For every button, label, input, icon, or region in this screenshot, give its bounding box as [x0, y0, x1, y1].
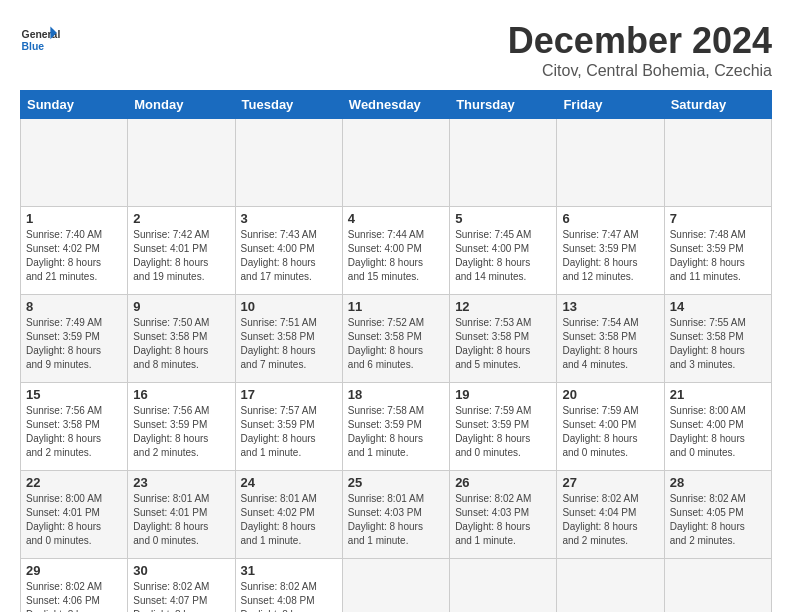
calendar-cell: [128, 119, 235, 207]
calendar-cell: 13Sunrise: 7:54 AM Sunset: 3:58 PM Dayli…: [557, 295, 664, 383]
day-number: 27: [562, 475, 658, 490]
calendar-cell: 11Sunrise: 7:52 AM Sunset: 3:58 PM Dayli…: [342, 295, 449, 383]
day-info: Sunrise: 7:57 AM Sunset: 3:59 PM Dayligh…: [241, 404, 337, 460]
weekday-header: Sunday: [21, 91, 128, 119]
calendar-week-row: 8Sunrise: 7:49 AM Sunset: 3:59 PM Daylig…: [21, 295, 772, 383]
calendar-cell: 16Sunrise: 7:56 AM Sunset: 3:59 PM Dayli…: [128, 383, 235, 471]
calendar-cell: 25Sunrise: 8:01 AM Sunset: 4:03 PM Dayli…: [342, 471, 449, 559]
day-number: 20: [562, 387, 658, 402]
calendar-week-row: [21, 119, 772, 207]
logo: General Blue: [20, 20, 64, 60]
weekday-header-row: SundayMondayTuesdayWednesdayThursdayFrid…: [21, 91, 772, 119]
day-info: Sunrise: 8:02 AM Sunset: 4:04 PM Dayligh…: [562, 492, 658, 548]
weekday-header: Tuesday: [235, 91, 342, 119]
day-number: 23: [133, 475, 229, 490]
day-info: Sunrise: 7:52 AM Sunset: 3:58 PM Dayligh…: [348, 316, 444, 372]
day-number: 29: [26, 563, 122, 578]
day-info: Sunrise: 7:56 AM Sunset: 3:58 PM Dayligh…: [26, 404, 122, 460]
calendar-cell: 26Sunrise: 8:02 AM Sunset: 4:03 PM Dayli…: [450, 471, 557, 559]
day-number: 28: [670, 475, 766, 490]
calendar-cell: 20Sunrise: 7:59 AM Sunset: 4:00 PM Dayli…: [557, 383, 664, 471]
calendar-cell: 30Sunrise: 8:02 AM Sunset: 4:07 PM Dayli…: [128, 559, 235, 613]
day-info: Sunrise: 7:54 AM Sunset: 3:58 PM Dayligh…: [562, 316, 658, 372]
calendar-cell: 14Sunrise: 7:55 AM Sunset: 3:58 PM Dayli…: [664, 295, 771, 383]
calendar-cell: [342, 559, 449, 613]
calendar-cell: 22Sunrise: 8:00 AM Sunset: 4:01 PM Dayli…: [21, 471, 128, 559]
day-info: Sunrise: 8:01 AM Sunset: 4:02 PM Dayligh…: [241, 492, 337, 548]
day-number: 12: [455, 299, 551, 314]
calendar-cell: 1Sunrise: 7:40 AM Sunset: 4:02 PM Daylig…: [21, 207, 128, 295]
day-number: 25: [348, 475, 444, 490]
day-info: Sunrise: 7:51 AM Sunset: 3:58 PM Dayligh…: [241, 316, 337, 372]
calendar-cell: 15Sunrise: 7:56 AM Sunset: 3:58 PM Dayli…: [21, 383, 128, 471]
calendar-cell: [450, 119, 557, 207]
calendar-week-row: 29Sunrise: 8:02 AM Sunset: 4:06 PM Dayli…: [21, 559, 772, 613]
weekday-header: Thursday: [450, 91, 557, 119]
day-info: Sunrise: 7:53 AM Sunset: 3:58 PM Dayligh…: [455, 316, 551, 372]
logo-icon: General Blue: [20, 20, 60, 60]
calendar-cell: 8Sunrise: 7:49 AM Sunset: 3:59 PM Daylig…: [21, 295, 128, 383]
calendar-table: SundayMondayTuesdayWednesdayThursdayFrid…: [20, 90, 772, 612]
day-number: 17: [241, 387, 337, 402]
day-info: Sunrise: 7:59 AM Sunset: 4:00 PM Dayligh…: [562, 404, 658, 460]
calendar-cell: [235, 119, 342, 207]
calendar-cell: 18Sunrise: 7:58 AM Sunset: 3:59 PM Dayli…: [342, 383, 449, 471]
day-number: 6: [562, 211, 658, 226]
day-number: 14: [670, 299, 766, 314]
day-info: Sunrise: 8:00 AM Sunset: 4:00 PM Dayligh…: [670, 404, 766, 460]
calendar-cell: 10Sunrise: 7:51 AM Sunset: 3:58 PM Dayli…: [235, 295, 342, 383]
day-number: 4: [348, 211, 444, 226]
day-info: Sunrise: 8:01 AM Sunset: 4:01 PM Dayligh…: [133, 492, 229, 548]
calendar-cell: 3Sunrise: 7:43 AM Sunset: 4:00 PM Daylig…: [235, 207, 342, 295]
calendar-cell: 29Sunrise: 8:02 AM Sunset: 4:06 PM Dayli…: [21, 559, 128, 613]
calendar-cell: 6Sunrise: 7:47 AM Sunset: 3:59 PM Daylig…: [557, 207, 664, 295]
day-number: 10: [241, 299, 337, 314]
day-number: 7: [670, 211, 766, 226]
day-number: 16: [133, 387, 229, 402]
calendar-cell: 7Sunrise: 7:48 AM Sunset: 3:59 PM Daylig…: [664, 207, 771, 295]
calendar-cell: 12Sunrise: 7:53 AM Sunset: 3:58 PM Dayli…: [450, 295, 557, 383]
calendar-cell: 17Sunrise: 7:57 AM Sunset: 3:59 PM Dayli…: [235, 383, 342, 471]
day-number: 15: [26, 387, 122, 402]
weekday-header: Saturday: [664, 91, 771, 119]
calendar-cell: [342, 119, 449, 207]
day-info: Sunrise: 7:55 AM Sunset: 3:58 PM Dayligh…: [670, 316, 766, 372]
day-number: 30: [133, 563, 229, 578]
day-number: 8: [26, 299, 122, 314]
svg-text:Blue: Blue: [22, 41, 45, 52]
day-number: 3: [241, 211, 337, 226]
day-number: 11: [348, 299, 444, 314]
calendar-week-row: 15Sunrise: 7:56 AM Sunset: 3:58 PM Dayli…: [21, 383, 772, 471]
calendar-cell: 2Sunrise: 7:42 AM Sunset: 4:01 PM Daylig…: [128, 207, 235, 295]
calendar-cell: 31Sunrise: 8:02 AM Sunset: 4:08 PM Dayli…: [235, 559, 342, 613]
day-info: Sunrise: 7:59 AM Sunset: 3:59 PM Dayligh…: [455, 404, 551, 460]
day-number: 31: [241, 563, 337, 578]
day-info: Sunrise: 7:43 AM Sunset: 4:00 PM Dayligh…: [241, 228, 337, 284]
calendar-cell: [21, 119, 128, 207]
weekday-header: Friday: [557, 91, 664, 119]
day-info: Sunrise: 8:02 AM Sunset: 4:07 PM Dayligh…: [133, 580, 229, 612]
calendar-cell: 21Sunrise: 8:00 AM Sunset: 4:00 PM Dayli…: [664, 383, 771, 471]
calendar-cell: 5Sunrise: 7:45 AM Sunset: 4:00 PM Daylig…: [450, 207, 557, 295]
day-info: Sunrise: 8:02 AM Sunset: 4:06 PM Dayligh…: [26, 580, 122, 612]
calendar-cell: [450, 559, 557, 613]
day-info: Sunrise: 7:40 AM Sunset: 4:02 PM Dayligh…: [26, 228, 122, 284]
day-number: 24: [241, 475, 337, 490]
calendar-cell: 27Sunrise: 8:02 AM Sunset: 4:04 PM Dayli…: [557, 471, 664, 559]
day-info: Sunrise: 7:42 AM Sunset: 4:01 PM Dayligh…: [133, 228, 229, 284]
day-info: Sunrise: 8:02 AM Sunset: 4:08 PM Dayligh…: [241, 580, 337, 612]
calendar-cell: [557, 119, 664, 207]
day-info: Sunrise: 7:47 AM Sunset: 3:59 PM Dayligh…: [562, 228, 658, 284]
day-info: Sunrise: 8:02 AM Sunset: 4:05 PM Dayligh…: [670, 492, 766, 548]
day-info: Sunrise: 7:49 AM Sunset: 3:59 PM Dayligh…: [26, 316, 122, 372]
calendar-cell: 4Sunrise: 7:44 AM Sunset: 4:00 PM Daylig…: [342, 207, 449, 295]
day-info: Sunrise: 8:02 AM Sunset: 4:03 PM Dayligh…: [455, 492, 551, 548]
calendar-cell: 24Sunrise: 8:01 AM Sunset: 4:02 PM Dayli…: [235, 471, 342, 559]
day-info: Sunrise: 7:58 AM Sunset: 3:59 PM Dayligh…: [348, 404, 444, 460]
calendar-cell: 9Sunrise: 7:50 AM Sunset: 3:58 PM Daylig…: [128, 295, 235, 383]
title-block: December 2024 Citov, Central Bohemia, Cz…: [508, 20, 772, 80]
calendar-cell: [557, 559, 664, 613]
day-info: Sunrise: 7:56 AM Sunset: 3:59 PM Dayligh…: [133, 404, 229, 460]
calendar-cell: [664, 119, 771, 207]
day-number: 21: [670, 387, 766, 402]
